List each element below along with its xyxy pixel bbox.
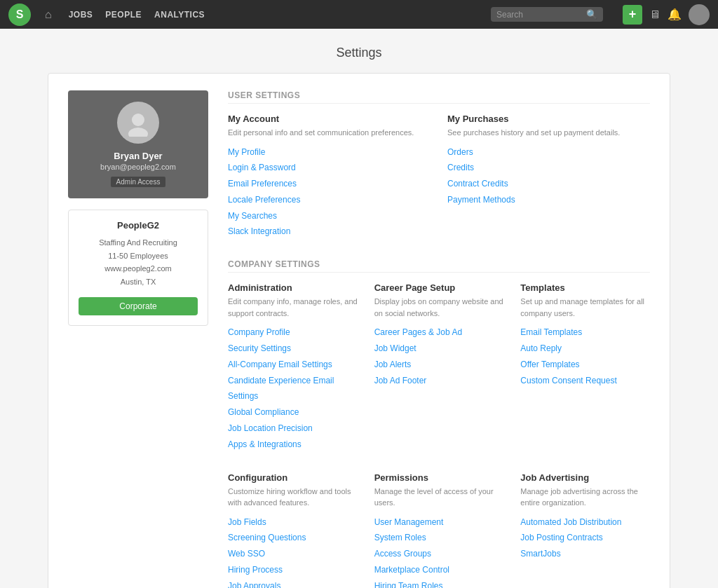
link-apps-integrations[interactable]: Apps & Integrations — [228, 437, 358, 453]
link-marketplace-control[interactable]: Marketplace Control — [374, 562, 504, 578]
profile-email: bryan@peopleg2.com — [100, 163, 176, 171]
my-purchases-desc: See purchases history and set up payment… — [447, 127, 650, 139]
config-section: Configuration Customize hiring workflow … — [228, 472, 650, 588]
link-screening-questions[interactable]: Screening Questions — [228, 530, 358, 546]
link-job-approvals[interactable]: Job Approvals — [228, 578, 358, 588]
link-hiring-process[interactable]: Hiring Process — [228, 562, 358, 578]
link-global-compliance[interactable]: Global Compliance — [228, 404, 358, 421]
link-job-location-precision[interactable]: Job Location Precision — [228, 421, 358, 437]
configuration-title: Configuration — [228, 472, 358, 483]
link-hiring-team-roles[interactable]: Hiring Team Roles — [374, 578, 504, 588]
profile-badge: Admin Access — [111, 177, 166, 187]
job-advertising-desc: Manage job advertising across the entire… — [520, 486, 650, 509]
nav-analytics[interactable]: ANALYTICS — [154, 10, 205, 20]
main-content: User Settings My Account Edit personal i… — [228, 90, 650, 588]
link-job-fields[interactable]: Job Fields — [228, 514, 358, 531]
permissions-desc: Manage the level of access of your users… — [374, 486, 504, 509]
link-user-management[interactable]: User Management — [374, 514, 504, 531]
configuration-desc: Customize hiring workflow and tools with… — [228, 486, 358, 509]
search-input[interactable] — [496, 10, 582, 20]
my-account-title: My Account — [228, 114, 431, 124]
search-bar[interactable]: 🔍 — [491, 7, 603, 22]
administration-desc: Edit company info, manage roles, and sup… — [228, 296, 358, 319]
page-title: Settings — [48, 46, 670, 60]
nav-jobs[interactable]: JOBS — [69, 10, 93, 20]
link-job-widget[interactable]: Job Widget — [374, 341, 504, 357]
administration-block: Administration Edit company info, manage… — [228, 282, 358, 452]
search-icon: 🔍 — [586, 9, 597, 20]
my-purchases-block: My Purchases See purchases history and s… — [447, 114, 650, 240]
link-smartjobs[interactable]: SmartJobs — [520, 546, 650, 562]
company-box: PeopleG2 Staffing And Recruiting 11-50 E… — [68, 210, 208, 326]
settings-page: Settings Bryan Dyer bryan@peopleg2.com A… — [36, 46, 682, 588]
configuration-block: Configuration Customize hiring workflow … — [228, 472, 358, 588]
link-job-ad-footer[interactable]: Job Ad Footer — [374, 373, 504, 389]
home-icon[interactable]: ⌂ — [45, 8, 52, 21]
link-career-pages-job-ad[interactable]: Career Pages & Job Ad — [374, 324, 504, 341]
profile-name: Bryan Dyer — [114, 151, 162, 161]
link-candidate-experience-email[interactable]: Candidate Experience Email Settings — [228, 373, 358, 405]
user-avatar[interactable] — [689, 4, 710, 25]
link-web-sso[interactable]: Web SSO — [228, 546, 358, 562]
career-page-desc: Display jobs on company website and on s… — [374, 296, 504, 319]
monitor-icon[interactable]: 🖥 — [649, 8, 661, 21]
avatar — [117, 102, 159, 144]
link-all-company-email[interactable]: All-Company Email Settings — [228, 357, 358, 373]
nav-people[interactable]: PEOPLE — [105, 10, 142, 20]
link-slack-integration[interactable]: Slack Integration — [228, 224, 431, 240]
company-name: PeopleG2 — [79, 220, 198, 231]
topnav: S ⌂ JOBS PEOPLE ANALYTICS 🔍 + 🖥 🔔 — [0, 0, 718, 29]
svg-point-0 — [132, 114, 144, 126]
link-email-preferences[interactable]: Email Preferences — [228, 176, 431, 192]
link-custom-consent-request[interactable]: Custom Consent Request — [520, 373, 650, 389]
my-purchases-title: My Purchases — [447, 114, 650, 124]
settings-layout: Bryan Dyer bryan@peopleg2.com Admin Acce… — [68, 90, 650, 588]
link-auto-reply[interactable]: Auto Reply — [520, 341, 650, 357]
link-access-groups[interactable]: Access Groups — [374, 546, 504, 562]
settings-card: Bryan Dyer bryan@peopleg2.com Admin Acce… — [48, 73, 670, 588]
corporate-button[interactable]: Corporate — [79, 297, 198, 315]
my-account-block: My Account Edit personal info and set co… — [228, 114, 431, 240]
link-credits[interactable]: Credits — [447, 160, 650, 176]
bell-icon[interactable]: 🔔 — [668, 8, 682, 21]
company-settings-section: Company Settings Administration Edit com… — [228, 259, 650, 452]
link-automated-job-distribution[interactable]: Automated Job Distribution — [520, 514, 650, 531]
link-job-alerts[interactable]: Job Alerts — [374, 357, 504, 373]
career-page-title: Career Page Setup — [374, 282, 504, 293]
user-settings-header: User Settings — [228, 90, 650, 104]
user-settings-grid: My Account Edit personal info and set co… — [228, 114, 650, 240]
link-contract-credits[interactable]: Contract Credits — [447, 176, 650, 192]
templates-desc: Set up and manage templates for all comp… — [520, 296, 650, 319]
link-offer-templates[interactable]: Offer Templates — [520, 357, 650, 373]
job-advertising-block: Job Advertising Manage job advertising a… — [520, 472, 650, 588]
career-page-block: Career Page Setup Display jobs on compan… — [374, 282, 504, 452]
link-orders[interactable]: Orders — [447, 144, 650, 160]
permissions-title: Permissions — [374, 472, 504, 483]
sidebar: Bryan Dyer bryan@peopleg2.com Admin Acce… — [68, 90, 208, 588]
topnav-actions: + 🖥 🔔 — [623, 4, 710, 25]
link-system-roles[interactable]: System Roles — [374, 530, 504, 546]
link-login-password[interactable]: Login & Password — [228, 160, 431, 176]
link-locale-preferences[interactable]: Locale Preferences — [228, 192, 431, 208]
add-button[interactable]: + — [623, 5, 642, 25]
company-settings-grid: Administration Edit company info, manage… — [228, 282, 650, 452]
permissions-block: Permissions Manage the level of access o… — [374, 472, 504, 588]
link-my-searches[interactable]: My Searches — [228, 208, 431, 224]
job-advertising-title: Job Advertising — [520, 472, 650, 483]
link-payment-methods[interactable]: Payment Methods — [447, 192, 650, 208]
link-job-posting-contracts[interactable]: Job Posting Contracts — [520, 530, 650, 546]
templates-title: Templates — [520, 282, 650, 293]
profile-box: Bryan Dyer bryan@peopleg2.com Admin Acce… — [68, 90, 208, 198]
templates-block: Templates Set up and manage templates fo… — [520, 282, 650, 452]
app-logo[interactable]: S — [8, 4, 31, 26]
config-grid: Configuration Customize hiring workflow … — [228, 472, 650, 588]
link-company-profile[interactable]: Company Profile — [228, 324, 358, 341]
link-security-settings[interactable]: Security Settings — [228, 341, 358, 357]
company-settings-header: Company Settings — [228, 259, 650, 273]
link-email-templates[interactable]: Email Templates — [520, 324, 650, 341]
nav-links: JOBS PEOPLE ANALYTICS — [69, 10, 205, 20]
link-my-profile[interactable]: My Profile — [228, 144, 431, 160]
company-details: Staffing And Recruiting 11-50 Employees … — [79, 236, 198, 289]
my-account-desc: Edit personal info and set communication… — [228, 127, 431, 139]
user-settings-section: User Settings My Account Edit personal i… — [228, 90, 650, 240]
